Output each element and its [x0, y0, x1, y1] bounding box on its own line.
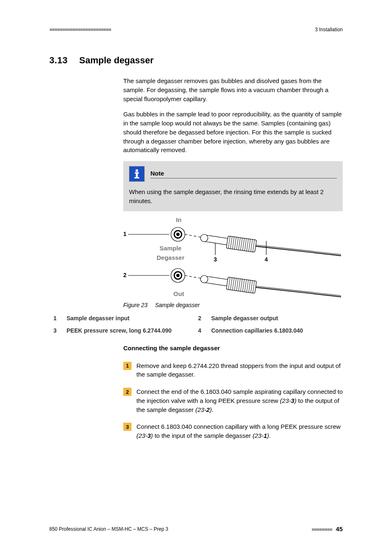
svg-text:Sample: Sample: [159, 245, 181, 252]
note-callout: Note When using the sample degasser, the…: [123, 161, 343, 211]
figure-number: Figure 23: [123, 302, 148, 308]
figure-caption: Figure 23 Sample degasser: [123, 302, 343, 308]
svg-rect-3: [134, 177, 139, 178]
step-1: 1 Remove and keep 6.2744.220 thread stop…: [123, 361, 343, 379]
note-header: Note: [129, 166, 337, 182]
section-name: Sample degasser: [79, 55, 154, 66]
svg-text:Degasser: Degasser: [157, 254, 184, 261]
figure-23: .ol{font-family:Arial;font-size:15px;fil…: [123, 215, 343, 308]
legend-3-num: 3: [53, 327, 62, 334]
footer-right: ■■■■■■■■ 45: [311, 525, 343, 532]
svg-line-57: [256, 286, 341, 296]
note-title: Note: [150, 170, 164, 177]
svg-rect-2: [136, 172, 138, 178]
paragraph-1: The sample degasser removes gas bubbles …: [123, 76, 343, 103]
step-3-text: Connect 6.1803.040 connection capillary …: [136, 422, 343, 440]
step-1-text: Remove and keep 6.2744.220 thread stoppe…: [136, 361, 343, 379]
page-footer: 850 Professional IC Anion – MSM-HC – MCS…: [49, 525, 343, 532]
step-1-number: 1: [123, 362, 131, 370]
svg-line-36: [256, 245, 341, 254]
svg-point-41: [201, 275, 208, 283]
svg-point-0: [136, 169, 138, 172]
svg-line-56: [256, 287, 341, 297]
legend-2-text: Sample degasser output: [211, 315, 339, 321]
legend-4-text: Connection capillaries 6.1803.040: [211, 327, 339, 334]
svg-text:Out: Out: [173, 290, 184, 297]
figure-legend: 1 Sample degasser input 2 Sample degasse…: [49, 315, 343, 334]
section-title: 3.13 Sample degasser: [49, 55, 343, 66]
step-3: 3 Connect 6.1803.040 connection capillar…: [123, 422, 343, 440]
svg-point-39: [176, 274, 180, 277]
footer-left: 850 Professional IC Anion – MSM-HC – MCS…: [49, 526, 168, 532]
legend-3-text: PEEK pressure screw, long 6.2744.090: [67, 327, 194, 334]
section-number: 3.13: [49, 55, 68, 66]
legend-1-num: 1: [53, 315, 62, 321]
figure-title: Sample degasser: [155, 302, 200, 308]
legend-2-num: 2: [198, 315, 207, 321]
svg-text:3: 3: [214, 256, 217, 263]
page-header: ■■■■■■■■■■■■■■■■■■■■■■■■ 3 Installation: [49, 27, 343, 32]
svg-text:1: 1: [123, 231, 127, 237]
step-2: 2 Connect the end of the 6.1803.040 samp…: [123, 387, 343, 414]
note-body: When using the sample degasser, the rins…: [129, 187, 337, 206]
svg-point-18: [176, 233, 180, 236]
svg-line-35: [256, 246, 341, 256]
footer-marks: ■■■■■■■■: [311, 527, 332, 532]
step-3-number: 3: [123, 423, 131, 431]
legend-1-text: Sample degasser input: [67, 315, 194, 321]
step-2-number: 2: [123, 388, 131, 396]
svg-text:2: 2: [123, 272, 127, 278]
header-chapter: 3 Installation: [315, 27, 343, 32]
paragraph-2: Gas bubbles in the sample lead to poor r…: [123, 110, 343, 155]
svg-text:4: 4: [265, 256, 268, 263]
page-number: 45: [336, 525, 343, 532]
info-icon: [129, 166, 145, 182]
step-2-text: Connect the end of the 6.1803.040 sample…: [136, 387, 343, 414]
legend-4-num: 4: [198, 327, 207, 334]
sample-degasser-diagram: .ol{font-family:Arial;font-size:15px;fil…: [123, 215, 343, 298]
procedure-title: Connecting the sample degasser: [123, 345, 343, 352]
header-marks: ■■■■■■■■■■■■■■■■■■■■■■■■: [49, 27, 111, 32]
svg-text:In: In: [176, 216, 181, 223]
svg-point-20: [201, 234, 208, 242]
